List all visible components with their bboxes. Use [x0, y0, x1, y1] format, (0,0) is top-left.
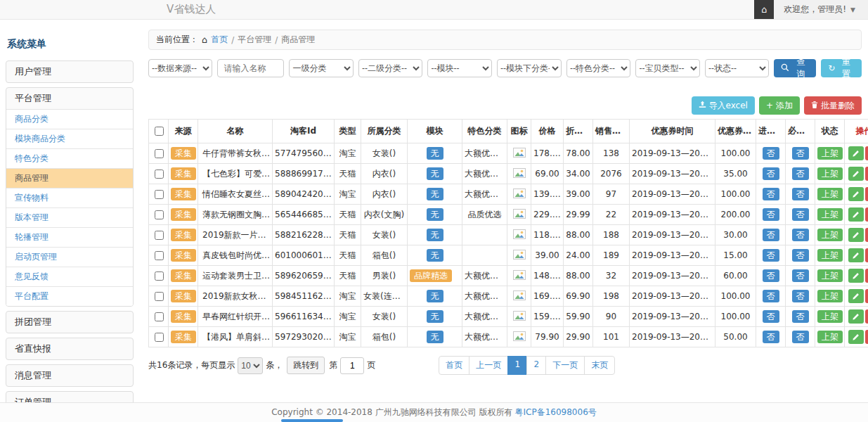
status-toggle[interactable]: 上架 — [817, 331, 843, 343]
status-toggle[interactable]: 上架 — [817, 310, 843, 323]
delete-button[interactable] — [865, 289, 868, 303]
delete-button[interactable] — [865, 309, 868, 324]
select-all-checkbox[interactable] — [155, 127, 164, 136]
name-search-input[interactable] — [217, 59, 284, 77]
edit-button[interactable] — [848, 167, 864, 181]
row-checkbox[interactable] — [155, 271, 164, 281]
sidebar-subitem[interactable]: 模块商品分类 — [6, 129, 133, 148]
sidebar-subitem[interactable]: 商品分类 — [6, 109, 133, 129]
edit-button[interactable] — [848, 289, 864, 303]
edit-button[interactable] — [848, 207, 864, 222]
row-checkbox[interactable] — [155, 170, 164, 179]
must-buy-toggle[interactable]: 否 — [792, 208, 809, 221]
filter-select-0[interactable]: 一级分类 — [289, 59, 353, 77]
filter-select-source[interactable]: --数据来源-- — [148, 59, 212, 77]
must-buy-toggle[interactable]: 否 — [792, 290, 809, 302]
filter-select-3[interactable]: --模块下分类-- — [497, 59, 562, 77]
sidebar-subitem[interactable]: 宣传物料 — [6, 188, 133, 207]
import-select-toggle[interactable]: 否 — [763, 188, 779, 200]
breadcrumb-home-link[interactable]: 首页 — [211, 34, 228, 46]
import-select-toggle[interactable]: 否 — [763, 167, 779, 180]
sidebar-item-0[interactable]: 用户管理 — [6, 61, 133, 82]
delete-button[interactable] — [865, 146, 868, 160]
filter-select-2[interactable]: --模块-- — [427, 59, 491, 77]
delete-button[interactable] — [865, 167, 868, 181]
import-select-toggle[interactable]: 否 — [763, 147, 779, 160]
delete-button[interactable] — [865, 228, 868, 242]
add-button[interactable]: + 添加 — [759, 96, 800, 115]
import-select-toggle[interactable]: 否 — [763, 331, 779, 343]
sidebar-subitem[interactable]: 轮播管理 — [6, 227, 133, 247]
per-page-select[interactable]: 10 — [238, 357, 263, 374]
filter-select-1[interactable]: --二级分类-- — [358, 59, 422, 77]
edit-button[interactable] — [848, 146, 864, 160]
edit-button[interactable] — [848, 187, 864, 201]
delete-button[interactable] — [865, 248, 868, 262]
import-select-toggle[interactable]: 否 — [763, 269, 779, 282]
home-button[interactable]: ⌂ — [754, 0, 774, 19]
icp-link[interactable]: 粤ICP备16098006号 — [515, 407, 597, 418]
status-toggle[interactable]: 上架 — [817, 147, 843, 160]
sidebar-item-2[interactable]: 拼团管理 — [6, 312, 133, 333]
status-toggle[interactable]: 上架 — [817, 167, 843, 180]
import-select-toggle[interactable]: 否 — [763, 229, 779, 241]
sidebar-subitem[interactable]: 特色分类 — [6, 148, 133, 168]
row-checkbox[interactable] — [155, 333, 164, 342]
jump-page-input[interactable] — [340, 357, 364, 374]
sidebar-subitem[interactable]: 版本管理 — [6, 207, 133, 227]
delete-button[interactable] — [865, 207, 868, 222]
user-menu[interactable]: 欢迎您，管理员! ▼ — [774, 0, 868, 19]
row-checkbox[interactable] — [155, 210, 164, 219]
import-select-toggle[interactable]: 否 — [763, 208, 779, 221]
filter-select-5[interactable]: --宝贝类型-- — [635, 59, 699, 77]
page-button-2[interactable]: 1 — [507, 356, 527, 375]
status-toggle[interactable]: 上架 — [817, 229, 843, 241]
page-button-1[interactable]: 上一页 — [469, 356, 508, 375]
import-select-toggle[interactable]: 否 — [763, 310, 779, 323]
edit-button[interactable] — [848, 248, 864, 262]
page-button-0[interactable]: 首页 — [439, 356, 469, 375]
row-checkbox[interactable] — [155, 312, 164, 321]
must-buy-toggle[interactable]: 否 — [792, 188, 809, 200]
status-toggle[interactable]: 上架 — [817, 188, 843, 200]
edit-button[interactable] — [848, 269, 864, 283]
search-button[interactable]: 查询 — [774, 59, 816, 77]
import-excel-button[interactable]: 导入excel — [692, 96, 755, 115]
page-button-3[interactable]: 2 — [526, 356, 546, 375]
page-button-5[interactable]: 末页 — [584, 356, 615, 375]
sidebar-subitem[interactable]: 平台配置 — [6, 286, 133, 306]
sidebar-item-3[interactable]: 省直快报 — [6, 338, 133, 359]
delete-button[interactable] — [865, 187, 868, 201]
must-buy-toggle[interactable]: 否 — [792, 147, 809, 160]
filter-select-6[interactable]: --状态-- — [705, 59, 769, 77]
must-buy-toggle[interactable]: 否 — [792, 310, 809, 323]
import-select-toggle[interactable]: 否 — [763, 249, 779, 262]
horizontal-scrollbar-thumb[interactable] — [281, 419, 343, 422]
row-checkbox[interactable] — [155, 190, 164, 199]
status-toggle[interactable]: 上架 — [817, 290, 843, 302]
reset-button[interactable]: ↻ 重置 — [821, 59, 862, 77]
edit-button[interactable] — [848, 309, 864, 324]
status-toggle[interactable]: 上架 — [817, 269, 843, 282]
status-toggle[interactable]: 上架 — [817, 208, 843, 221]
edit-button[interactable] — [848, 330, 864, 344]
sidebar-subitem[interactable]: 商品管理 — [6, 168, 133, 188]
row-checkbox[interactable] — [155, 231, 164, 240]
delete-button[interactable] — [865, 330, 868, 344]
batch-delete-button[interactable]: 批量删除 — [804, 96, 862, 115]
jump-button[interactable]: 跳转到 — [287, 357, 325, 374]
sidebar-item-4[interactable]: 消息管理 — [6, 365, 133, 386]
edit-button[interactable] — [848, 228, 864, 242]
must-buy-toggle[interactable]: 否 — [792, 167, 809, 180]
row-checkbox[interactable] — [155, 149, 164, 158]
sidebar-subitem[interactable]: 意见反馈 — [6, 267, 133, 286]
sidebar-item-1[interactable]: 平台管理 — [6, 88, 133, 109]
status-toggle[interactable]: 上架 — [817, 249, 843, 262]
row-checkbox[interactable] — [155, 251, 164, 260]
delete-button[interactable] — [865, 269, 868, 283]
page-button-4[interactable]: 下一页 — [545, 356, 585, 375]
must-buy-toggle[interactable]: 否 — [792, 269, 809, 282]
import-select-toggle[interactable]: 否 — [763, 290, 779, 302]
row-checkbox[interactable] — [155, 292, 164, 301]
filter-select-4[interactable]: --特色分类-- — [566, 59, 630, 77]
